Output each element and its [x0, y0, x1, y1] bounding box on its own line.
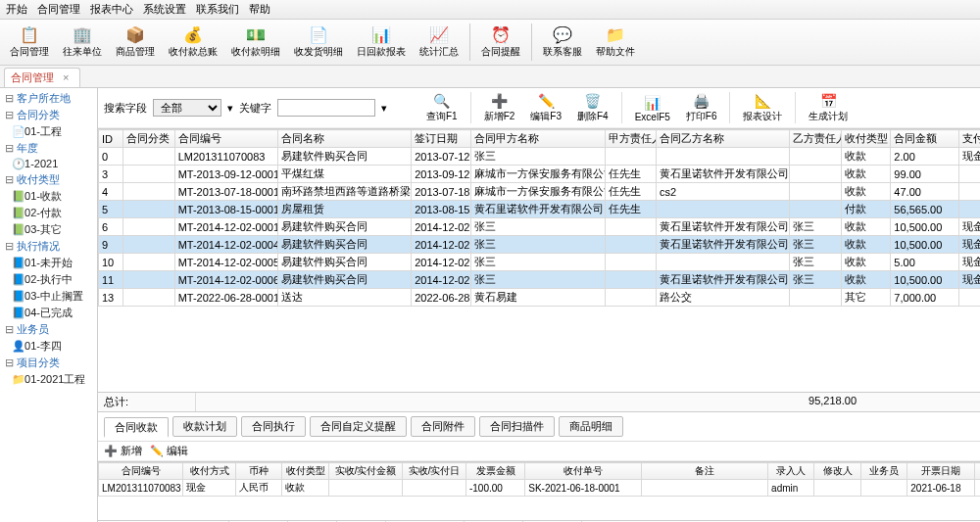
menu-item[interactable]: 报表中心 [90, 2, 133, 17]
tree-node[interactable]: ⊟ 执行情况 [2, 238, 95, 255]
tree-node[interactable]: ⊟ 客户所在地 [2, 90, 95, 107]
toolbar-icon: 📋 [19, 24, 40, 45]
toolbar-button[interactable]: 🏢往来单位 [57, 22, 108, 61]
toolbar-button[interactable]: 📋合同管理 [4, 22, 55, 61]
detail-tab[interactable]: 收款计划 [172, 416, 237, 437]
table-row[interactable]: 4MT-2013-07-18-0001南环路禁坦西路等道路桥梁工程2013-07… [99, 183, 981, 201]
detail-tab[interactable]: 合同附件 [411, 416, 475, 437]
search-field-select[interactable]: 全部 [153, 99, 221, 117]
tree-node[interactable]: 📁 01-2021工程 [2, 371, 95, 388]
column-header[interactable]: 发票金额 [466, 463, 524, 480]
search-button[interactable]: 🔍查询F1 [418, 91, 466, 124]
table-row[interactable]: 10MT-2014-12-02-0005易建软件购买合同2014-12-02张三… [99, 254, 981, 271]
dropdown-icon[interactable]: ▾ [381, 102, 387, 115]
toolbar-button[interactable]: 📁帮助文件 [590, 22, 641, 61]
table-row[interactable]: 6MT-2014-12-02-0001易建软件购买合同2014-12-02张三黄… [99, 218, 981, 236]
table-row[interactable]: 11MT-2014-12-02-0006易建软件购买合同2014-12-02张三… [99, 271, 981, 289]
search-button[interactable]: 🗑️删除F4 [569, 91, 616, 124]
column-header[interactable]: 乙方责任人 [790, 130, 841, 148]
tab-contract-mgmt[interactable]: 合同管理 × [4, 68, 80, 87]
tree-node[interactable]: 📘 04-已完成 [2, 305, 95, 321]
detail-tab[interactable]: 合同执行 [241, 416, 306, 437]
column-header[interactable]: 合同金额 [891, 130, 958, 148]
menu-item[interactable]: 合同管理 [37, 2, 80, 17]
menu-item[interactable]: 系统设置 [143, 2, 186, 17]
table-row[interactable]: 9MT-2014-12-02-0004易建软件购买合同2014-12-02张三黄… [99, 236, 981, 254]
toolbar-button[interactable]: 📦商品管理 [110, 22, 161, 61]
main-grid[interactable]: ID合同分类合同编号合同名称签订日期合同甲方名称甲方责任人合同乙方名称乙方责任人… [98, 128, 980, 392]
detail-tab[interactable]: 合同扫描件 [479, 416, 555, 437]
totals-bar: 总计: 95,218.00 [98, 392, 980, 412]
column-header[interactable]: 甲方责任人 [605, 130, 656, 148]
tree-node[interactable]: 📘 01-未开始 [2, 255, 95, 271]
toolbar-button[interactable]: 💰收付款总账 [163, 22, 223, 61]
tree-node[interactable]: ⊟ 收付类型 [2, 171, 95, 188]
tree-node[interactable]: 📗 02-付款 [2, 205, 95, 221]
tree-node[interactable]: ⊟ 项目分类 [2, 355, 95, 371]
tree-node[interactable]: 👤 01-李四 [2, 338, 95, 355]
toolbar-button[interactable]: 📊日回款报表 [351, 22, 412, 61]
column-header[interactable]: 合同编号 [99, 463, 183, 480]
detail-tab[interactable]: 商品明细 [559, 416, 623, 437]
search-button[interactable]: 🖨️打印F6 [678, 91, 725, 124]
tree-node[interactable]: ⊟ 业务员 [2, 321, 95, 338]
column-header[interactable]: 备注 [641, 463, 767, 480]
tree-node[interactable]: 📘 03-中止搁置 [2, 288, 95, 305]
tree-icon: ⊟ [4, 240, 14, 253]
column-header[interactable]: 收付类型 [282, 463, 328, 480]
column-header[interactable]: 业务员 [860, 463, 906, 480]
search-button[interactable]: 📅生成计划 [801, 91, 856, 124]
search-input[interactable] [277, 99, 375, 117]
column-header[interactable]: 签订日期 [412, 130, 471, 148]
column-header[interactable]: 收付方式 [183, 463, 236, 480]
table-row[interactable]: 5MT-2013-08-15-0001房屋租赁2013-08-15黄石里诺软件开… [99, 201, 981, 218]
dropdown-icon[interactable]: ▾ [227, 102, 233, 115]
column-header[interactable]: 支付方式 [958, 130, 980, 148]
toolbar-button[interactable]: ⏰合同提醒 [475, 22, 526, 61]
column-header[interactable]: 币种 [236, 463, 282, 480]
table-row[interactable]: 0LM201311070083易建软件购买合同2013-07-12张三收款2.0… [99, 148, 981, 166]
toolbar-button[interactable]: 💵收付款明细 [225, 22, 286, 61]
menu-item[interactable]: 帮助 [249, 2, 270, 17]
column-header[interactable]: 合同分类 [123, 130, 174, 148]
column-header[interactable]: 发票号码 [975, 463, 980, 480]
search-button[interactable]: 📊ExcelF5 [627, 93, 678, 123]
detail-tool-button[interactable]: ➕新增 [104, 444, 142, 458]
toolbar-button[interactable]: 📄收发货明细 [288, 22, 349, 61]
detail-grid[interactable]: 合同编号收付方式币种收付类型实收/实付金额实收/实付日发票金额收付单号备注录入人… [98, 461, 980, 520]
tree-node[interactable]: 🕐 1-2021 [2, 157, 95, 171]
toolbar-button[interactable]: 📈统计汇总 [414, 22, 465, 61]
column-header[interactable]: 实收/实付日 [403, 463, 466, 480]
tree-node[interactable]: ⊟ 合同分类 [2, 107, 95, 123]
search-button[interactable]: ➕新增F2 [476, 91, 523, 124]
table-row[interactable]: 13MT-2022-06-28-0001送达2022-06-28黄石易建路公交其… [99, 289, 981, 307]
detail-tab[interactable]: 合同收款 [104, 417, 169, 438]
column-header[interactable]: 实收/实付金额 [328, 463, 402, 480]
column-header[interactable]: 合同乙方名称 [657, 130, 790, 148]
column-header[interactable]: 合同编号 [174, 130, 277, 148]
close-icon[interactable]: × [63, 71, 69, 83]
column-header[interactable]: 合同名称 [277, 130, 411, 148]
table-row[interactable]: 3MT-2013-09-12-0001平煤红煤2013-09-12麻城市一方保安… [99, 166, 981, 183]
tree-node[interactable]: 📗 03-其它 [2, 221, 95, 238]
search-button[interactable]: ✏️编辑F3 [522, 91, 569, 124]
detail-tool-button[interactable]: ✏️编辑 [150, 444, 188, 458]
menu-item[interactable]: 开始 [6, 2, 27, 17]
toolbar-button[interactable]: 💬联系客服 [537, 22, 588, 61]
column-header[interactable]: 合同甲方名称 [471, 130, 605, 148]
column-header[interactable]: 收付单号 [525, 463, 642, 480]
tree-node[interactable]: 📄 01-工程 [2, 123, 95, 140]
column-header[interactable]: 开票日期 [907, 463, 975, 480]
detail-tab[interactable]: 合同自定义提醒 [310, 416, 407, 437]
tree-icon: 📘 [12, 257, 22, 269]
tree-node[interactable]: 📘 02-执行中 [2, 271, 95, 288]
column-header[interactable]: 修改人 [814, 463, 860, 480]
tree-node[interactable]: 📗 01-收款 [2, 188, 95, 205]
column-header[interactable]: 录入人 [768, 463, 814, 480]
column-header[interactable]: ID [99, 130, 123, 148]
search-button[interactable]: 📐报表设计 [735, 91, 790, 124]
column-header[interactable]: 收付类型 [841, 130, 890, 148]
table-row[interactable]: LM201311070083现金人民币收款-100.00SK-2021-06-1… [99, 480, 981, 497]
tree-node[interactable]: ⊟ 年度 [2, 140, 95, 157]
menu-item[interactable]: 联系我们 [196, 2, 239, 17]
